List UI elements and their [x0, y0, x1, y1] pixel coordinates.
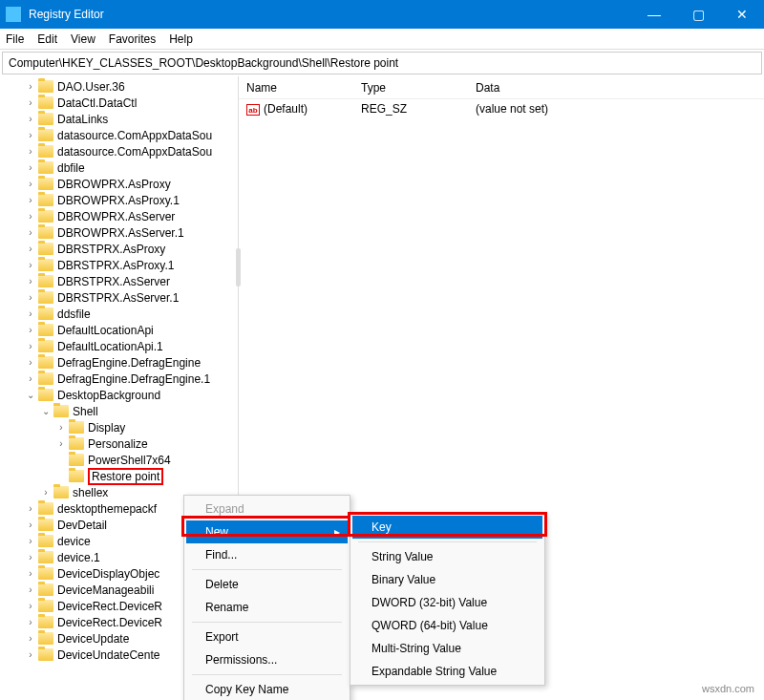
sub-expandable-string[interactable]: Expandable String Value — [352, 660, 542, 683]
expander-icon[interactable]: › — [25, 373, 36, 384]
tree-item[interactable]: ›Display — [0, 419, 238, 435]
expander-icon[interactable]: › — [25, 520, 36, 530]
tree-item[interactable]: ›ddsfile — [0, 306, 238, 322]
ctx-find[interactable]: Find... — [186, 543, 348, 566]
list-row[interactable]: ab(Default) REG_SZ (value not set) — [239, 99, 764, 118]
expander-icon[interactable]: › — [25, 292, 36, 303]
tree-item-label: PowerShell7x64 — [88, 454, 171, 467]
sub-binary[interactable]: Binary Value — [352, 568, 542, 591]
ctx-new[interactable]: New — [186, 520, 348, 543]
sub-qword[interactable]: QWORD (64-bit) Value — [352, 614, 542, 637]
expander-icon[interactable]: › — [25, 503, 36, 514]
tree-item[interactable]: PowerShell7x64 — [0, 452, 238, 468]
folder-icon — [38, 648, 53, 661]
expander-icon[interactable]: ⌄ — [40, 406, 52, 416]
expander-icon[interactable]: › — [25, 179, 36, 189]
tree-item[interactable]: ›datasource.ComAppxDataSou — [0, 127, 238, 143]
ctx-delete[interactable]: Delete — [186, 573, 348, 596]
menu-help[interactable]: Help — [169, 32, 193, 46]
expander-icon[interactable]: › — [25, 568, 36, 579]
titlebar: Registry Editor — ▢ ✕ — [0, 0, 764, 29]
expander-icon[interactable]: › — [25, 114, 36, 124]
sub-dword[interactable]: DWORD (32-bit) Value — [352, 591, 542, 614]
menu-edit[interactable]: Edit — [37, 32, 57, 46]
tree-item-label: DAO.User.36 — [57, 80, 125, 94]
expander-icon[interactable]: › — [25, 162, 36, 173]
tree-item[interactable]: ›DBROWPRX.AsProxy.1 — [0, 192, 238, 208]
tree-item[interactable]: ›datasource.ComAppxDataSou — [0, 143, 238, 159]
tree-item[interactable]: ›DAO.User.36 — [0, 78, 238, 95]
expander-icon[interactable]: › — [25, 341, 36, 351]
tree-item[interactable]: ›dbfile — [0, 159, 238, 176]
tree-item[interactable]: ›Personalize — [0, 435, 238, 452]
tree-item[interactable]: ›DBROWPRX.AsServer.1 — [0, 224, 238, 241]
value-data: (value not set) — [468, 102, 764, 116]
expander-icon[interactable]: › — [25, 211, 36, 222]
expander-icon[interactable]: › — [25, 81, 36, 92]
tree-item[interactable]: ›DBRSTPRX.AsServer.1 — [0, 289, 238, 306]
ctx-expand[interactable]: Expand — [186, 498, 348, 520]
col-name[interactable]: Name — [239, 81, 353, 95]
sub-string[interactable]: String Value — [352, 545, 542, 568]
expander-icon[interactable]: › — [25, 276, 36, 286]
tree-item-label: DeviceManageabili — [57, 583, 154, 597]
maximize-button[interactable]: ▢ — [676, 0, 720, 29]
context-submenu-new: Key String Value Binary Value DWORD (32-… — [350, 513, 545, 686]
tree-item[interactable]: ›DBROWPRX.AsProxy — [0, 176, 238, 192]
tree-item[interactable]: ›DBRSTPRX.AsServer — [0, 273, 238, 289]
address-bar[interactable]: Computer\HKEY_CLASSES_ROOT\DesktopBackgr… — [2, 52, 762, 74]
expander-icon[interactable]: › — [25, 130, 36, 140]
tree-item[interactable]: ›DefaultLocationApi — [0, 322, 238, 338]
expander-icon[interactable]: › — [25, 584, 36, 595]
tree-item[interactable]: ›DataCtl.DataCtl — [0, 95, 238, 111]
sub-multi-string[interactable]: Multi-String Value — [352, 637, 542, 660]
col-type[interactable]: Type — [353, 81, 468, 95]
tree-item[interactable]: ⌄DesktopBackground — [0, 387, 238, 403]
expander-icon[interactable]: › — [25, 260, 36, 270]
expander-icon[interactable]: › — [25, 195, 36, 205]
tree-item[interactable]: Restore point — [0, 468, 238, 484]
expander-icon[interactable]: ⌄ — [25, 390, 36, 400]
ctx-export[interactable]: Export — [186, 626, 348, 648]
expander-icon[interactable]: › — [25, 357, 36, 368]
expander-icon[interactable]: › — [25, 552, 36, 562]
tree-item-label: DeviceUndateCente — [57, 648, 159, 662]
ctx-permissions[interactable]: Permissions... — [186, 648, 348, 671]
expander-icon[interactable]: › — [25, 146, 36, 157]
minimize-button[interactable]: — — [632, 0, 676, 29]
tree-item[interactable]: ›DefaultLocationApi.1 — [0, 338, 238, 354]
tree-item[interactable]: ›DefragEngine.DefragEngine — [0, 354, 238, 371]
expander-icon[interactable]: › — [25, 308, 36, 319]
ctx-rename[interactable]: Rename — [186, 596, 348, 619]
tree-item[interactable]: ›DBROWPRX.AsServer — [0, 208, 238, 224]
expander-icon[interactable]: › — [25, 617, 36, 627]
tree-item-label: ddsfile — [57, 308, 91, 321]
folder-icon — [38, 129, 53, 141]
close-button[interactable]: ✕ — [720, 0, 764, 29]
expander-icon[interactable]: › — [25, 227, 36, 238]
ctx-copy-key-name[interactable]: Copy Key Name — [186, 678, 348, 700]
tree-item[interactable]: ›DefragEngine.DefragEngine.1 — [0, 371, 238, 387]
value-type: REG_SZ — [353, 102, 468, 116]
expander-icon[interactable]: › — [55, 438, 67, 449]
col-data[interactable]: Data — [468, 81, 764, 95]
expander-icon[interactable]: › — [25, 244, 36, 254]
expander-icon[interactable]: › — [55, 422, 67, 433]
menu-view[interactable]: View — [71, 32, 96, 46]
expander-icon[interactable]: › — [40, 487, 52, 498]
expander-icon[interactable]: › — [25, 601, 36, 611]
expander-icon[interactable]: › — [25, 649, 36, 660]
expander-icon[interactable]: › — [25, 536, 36, 546]
sub-key[interactable]: Key — [352, 516, 542, 539]
tree-item[interactable]: ›DataLinks — [0, 111, 238, 127]
separator — [192, 622, 342, 623]
tree-item[interactable]: ⌄Shell — [0, 403, 238, 419]
expander-icon[interactable]: › — [25, 633, 36, 644]
menu-favorites[interactable]: Favorites — [109, 32, 156, 46]
expander-icon[interactable]: › — [25, 325, 36, 335]
menu-file[interactable]: File — [6, 32, 24, 46]
expander-icon[interactable]: › — [25, 97, 36, 108]
tree-item[interactable]: ›DBRSTPRX.AsProxy.1 — [0, 257, 238, 273]
tree-item[interactable]: ›DBRSTPRX.AsProxy — [0, 241, 238, 257]
splitter-handle[interactable] — [236, 248, 241, 286]
